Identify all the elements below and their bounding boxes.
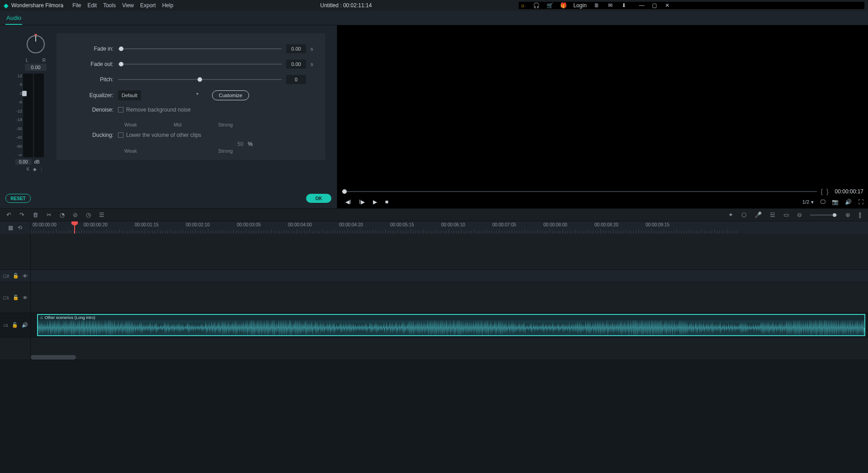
login-link[interactable]: Login — [573, 2, 586, 9]
pan-r: R — [42, 58, 46, 63]
lightbulb-icon[interactable]: ☼ — [519, 2, 526, 9]
playhead[interactable]: ✂ — [74, 221, 75, 234]
display-icon[interactable]: 🖵 — [820, 199, 826, 205]
pic-icon[interactable]: ▭ — [783, 211, 789, 218]
tab-audio[interactable]: Audio — [5, 12, 22, 25]
pan-value: 0.00 — [25, 64, 47, 71]
timeline-ruler: ▦ ⟲ ✂ 00:00:00:0000:00:00:2000:00:01:150… — [0, 221, 868, 234]
stop-icon[interactable]: ■ — [385, 199, 388, 205]
denoise-checkbox[interactable] — [118, 107, 123, 112]
pitch-label: Pitch: — [63, 76, 113, 83]
split-icon[interactable]: ✂ — [47, 211, 52, 218]
cart-icon[interactable]: 🛒 — [546, 2, 553, 9]
mixer-icon[interactable]: ☱ — [770, 211, 775, 218]
ok-button[interactable]: OK — [306, 194, 331, 203]
audio-props: Fade in: 0.00 s Fade out: 0.00 s Pitch: … — [57, 33, 325, 160]
fadeout-value[interactable]: 0.00 — [286, 60, 306, 69]
record-icon[interactable]: 🎤 — [755, 211, 762, 218]
meter-bar-r — [34, 74, 44, 157]
pan-meter-block: LR 0.00 1260-6-12-18-30-42-60-∞ 0.00 dB … — [15, 33, 56, 173]
preview-scrubber[interactable] — [342, 191, 817, 192]
volume-fader[interactable] — [22, 91, 27, 96]
close-icon[interactable]: ✕ — [664, 2, 671, 9]
audio-clip[interactable]: ♫Other scenerios (Long intro) — [37, 314, 865, 336]
headphones-icon[interactable]: 🎧 — [533, 2, 540, 9]
pan-l: L — [26, 58, 28, 63]
play-icon[interactable]: ▶ — [373, 199, 377, 205]
gift-icon[interactable]: 🎁 — [560, 2, 567, 9]
save-icon[interactable]: 🗎 — [593, 2, 600, 9]
menu-help[interactable]: Help — [162, 2, 174, 9]
track-manage-icon[interactable]: ▦ — [8, 225, 13, 231]
lock-icon[interactable]: 🔓 — [13, 295, 19, 300]
redo-icon[interactable]: ↷ — [19, 211, 24, 218]
fadein-value[interactable]: 0.00 — [286, 44, 306, 53]
timeline-toolbar: ↶ ↷ 🗑 ✂ ◔ ⊘ ◷ ☰ ✦ ⬡ 🎤 ☱ ▭ ⊖ ⊕ ‖ — [0, 208, 868, 221]
fadeout-slider[interactable] — [118, 61, 282, 67]
ducking-label: Ducking: — [63, 132, 113, 138]
zoom-out-icon[interactable]: ⊖ — [797, 211, 802, 218]
add-keyframe-icon[interactable]: ◆ — [33, 167, 37, 173]
speed-icon[interactable]: ⊘ — [73, 211, 78, 218]
menu-tools[interactable]: Tools — [103, 2, 116, 9]
link-icon[interactable]: ⟲ — [18, 225, 22, 231]
ducking-slider[interactable] — [124, 141, 233, 147]
zoom-fit-icon[interactable]: ‖ — [859, 211, 862, 218]
minimize-icon[interactable]: — — [638, 2, 646, 9]
download-icon[interactable]: ⬇ — [620, 2, 627, 9]
prev-frame-icon[interactable]: ◀I — [345, 199, 351, 205]
timeline-tracks: ▢2🔓👁 ▢1🔓👁 ♫1🔓🔊 ♫Other scenerios (Long in… — [0, 234, 868, 387]
app-logo-icon: ◆ — [4, 2, 9, 9]
lock-icon[interactable]: 🔓 — [12, 322, 18, 328]
fullscreen-icon[interactable]: ⛶ — [858, 199, 863, 205]
music-note-icon: ♫ — [40, 315, 43, 320]
document-title: Untitled : 00:02:11:14 — [173, 2, 519, 9]
delete-icon[interactable]: 🗑 — [33, 211, 38, 218]
fadeout-unit: s — [311, 61, 316, 67]
fadein-label: Fade in: — [63, 46, 113, 52]
volume-icon[interactable]: 🔊 — [845, 199, 852, 205]
maximize-icon[interactable]: ▢ — [651, 2, 658, 9]
pan-knob[interactable] — [27, 35, 45, 53]
render-icon[interactable]: ✦ — [728, 211, 733, 218]
customize-button[interactable]: Customize — [212, 90, 249, 100]
prev-keyframe-icon[interactable]: K — [27, 167, 30, 173]
marker-icon[interactable]: ⬡ — [741, 211, 746, 218]
reset-button[interactable]: RESET — [5, 194, 31, 203]
fadein-slider[interactable] — [118, 46, 282, 52]
ruler-scale[interactable]: ✂ 00:00:00:0000:00:00:2000:00:01:1500:00… — [31, 221, 868, 234]
zoom-ratio[interactable]: 1/2 ▾ — [802, 199, 814, 205]
eye-icon[interactable]: 👁 — [23, 295, 28, 300]
snapshot-icon[interactable]: 📷 — [832, 199, 839, 205]
zoom-in-icon[interactable]: ⊕ — [845, 211, 850, 218]
eq-select[interactable]: Default — [118, 90, 141, 100]
eye-icon[interactable]: 👁 — [23, 273, 28, 279]
pitch-slider[interactable] — [118, 77, 282, 82]
undo-icon[interactable]: ↶ — [6, 211, 11, 218]
lock-icon[interactable]: 🔓 — [13, 273, 19, 279]
track-v2-label: ▢2 — [3, 274, 9, 278]
pitch-value[interactable]: 0 — [286, 75, 306, 84]
speaker-icon[interactable]: 🔊 — [22, 322, 28, 328]
mark-out-icon[interactable]: } — [826, 188, 829, 195]
preview-panel: { } 00:00:00:17 ◀I I▶ ▶ ■ 1/2 ▾ 🖵 📷 🔊 ⛶ — [337, 25, 868, 208]
meter-value: 0.00 — [15, 159, 31, 165]
next-frame-icon[interactable]: I▶ — [359, 199, 364, 205]
adjust-icon[interactable]: ☰ — [99, 211, 104, 218]
denoise-slider[interactable] — [124, 116, 233, 121]
menu-edit[interactable]: Edit — [88, 2, 97, 9]
tab-bar: Audio — [0, 11, 868, 25]
horizontal-scrollbar[interactable] — [31, 355, 76, 360]
menu-view[interactable]: View — [122, 2, 134, 9]
menu-export[interactable]: Export — [140, 2, 156, 9]
next-keyframe-icon[interactable]: 〉 — [40, 167, 45, 173]
ducking-checkbox[interactable] — [118, 132, 123, 138]
zoom-slider[interactable] — [810, 215, 837, 215]
mark-in-icon[interactable]: { — [821, 188, 823, 195]
color-icon[interactable]: ◷ — [86, 211, 91, 218]
menu-file[interactable]: File — [72, 2, 81, 9]
ducking-value: 50 — [237, 141, 243, 147]
crop-icon[interactable]: ◔ — [60, 211, 65, 218]
preview-time: 00:00:00:17 — [835, 188, 863, 195]
mail-icon[interactable]: ✉ — [607, 2, 614, 9]
